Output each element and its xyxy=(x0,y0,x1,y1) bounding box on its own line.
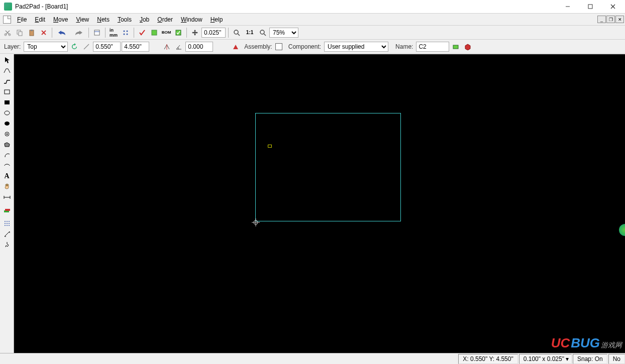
undo-button[interactable] xyxy=(55,27,70,38)
units-inch-button[interactable]: inmm xyxy=(108,27,119,38)
app-icon xyxy=(4,3,12,11)
menu-file[interactable]: File xyxy=(13,15,31,24)
svg-rect-1 xyxy=(588,5,592,9)
svg-point-29 xyxy=(5,111,10,115)
library-button[interactable] xyxy=(462,41,473,52)
bom-button[interactable]: BOM xyxy=(161,27,172,38)
pad-tool[interactable] xyxy=(1,129,13,139)
menu-order[interactable]: Order xyxy=(153,15,177,24)
text-tool[interactable]: A xyxy=(1,171,13,181)
status-size: 0.100" x 0.025" xyxy=(524,355,564,362)
component-select[interactable]: User supplied xyxy=(324,42,388,52)
probe-tool[interactable] xyxy=(1,239,13,250)
svg-point-41 xyxy=(5,223,6,224)
delete-button[interactable] xyxy=(38,27,49,38)
measure-tool[interactable] xyxy=(1,229,13,239)
properties-button[interactable] xyxy=(91,27,102,38)
angle-icon xyxy=(173,41,184,52)
component-c2[interactable] xyxy=(268,145,272,148)
rectangle-tool[interactable] xyxy=(1,87,13,97)
status-size-dropdown[interactable]: ▾ xyxy=(564,355,570,362)
assembly-label: Assembly: xyxy=(242,43,274,50)
workspace: A UCBUG游戏网 .com xyxy=(0,54,625,353)
refresh-button[interactable] xyxy=(69,41,80,52)
svg-rect-9 xyxy=(31,30,33,31)
menu-nets[interactable]: Nets xyxy=(93,15,114,24)
status-bar: X: 0.550" Y: 4.550" 0.100" x 0.025" ▾ Sn… xyxy=(0,353,625,364)
menu-help[interactable]: Help xyxy=(206,15,227,24)
menu-move[interactable]: Move xyxy=(49,15,72,24)
drc-button[interactable] xyxy=(173,27,184,38)
maximize-button[interactable] xyxy=(579,0,601,14)
menu-bar: File Edit Move View Nets Tools Job Order… xyxy=(0,14,625,26)
grid-step-input[interactable] xyxy=(201,28,226,38)
board-button[interactable] xyxy=(149,27,160,38)
package-button[interactable] xyxy=(450,41,461,52)
arc-tool[interactable] xyxy=(1,150,13,160)
name-input[interactable] xyxy=(416,42,449,52)
assembly-checkbox[interactable] xyxy=(275,43,282,50)
filled-ellipse-tool[interactable] xyxy=(1,118,13,129)
select-tool[interactable] xyxy=(1,55,13,65)
zoom-select[interactable]: 75% xyxy=(269,28,298,38)
minimize-button[interactable] xyxy=(556,0,579,14)
cut-button[interactable] xyxy=(2,27,13,38)
layers-button[interactable] xyxy=(1,205,13,215)
angle-input[interactable] xyxy=(185,42,213,52)
filled-rect-tool[interactable] xyxy=(1,97,13,107)
mdi-restore-button[interactable]: ❐ xyxy=(606,16,615,23)
svg-line-21 xyxy=(238,34,240,36)
dimension-tool[interactable] xyxy=(1,192,13,202)
menu-edit[interactable]: Edit xyxy=(31,15,49,24)
pan-tool[interactable] xyxy=(1,182,13,192)
svg-point-38 xyxy=(5,221,6,222)
mdi-minimize-button[interactable]: _ xyxy=(597,16,606,23)
canvas[interactable]: UCBUG游戏网 .com xyxy=(14,54,625,353)
coord-y-input[interactable] xyxy=(122,42,149,52)
paste-button[interactable] xyxy=(26,27,37,38)
svg-point-15 xyxy=(127,30,128,32)
arc2-tool[interactable] xyxy=(1,161,13,171)
board-outline[interactable] xyxy=(255,113,401,221)
document-icon xyxy=(3,16,11,24)
zoom-button[interactable] xyxy=(257,27,268,38)
coord-x-input[interactable] xyxy=(93,42,121,52)
menu-tools[interactable]: Tools xyxy=(114,15,136,24)
zoom-fit-button[interactable] xyxy=(231,27,242,38)
mirror-button[interactable] xyxy=(161,41,172,52)
menu-job[interactable]: Job xyxy=(136,15,153,24)
line-tool[interactable] xyxy=(1,76,13,86)
layer-label: Layer: xyxy=(2,43,23,50)
snap-settings-button[interactable] xyxy=(120,27,131,38)
grid-button[interactable] xyxy=(1,218,13,228)
move-button[interactable] xyxy=(189,27,200,38)
svg-point-16 xyxy=(124,33,125,35)
svg-point-14 xyxy=(124,30,125,32)
menu-view[interactable]: View xyxy=(72,15,93,24)
menu-window[interactable]: Window xyxy=(177,15,206,24)
svg-point-20 xyxy=(234,30,238,34)
check-button[interactable] xyxy=(137,27,148,38)
svg-point-44 xyxy=(5,225,6,226)
svg-line-47 xyxy=(5,231,10,236)
close-button[interactable] xyxy=(601,0,624,14)
layer-select[interactable]: Top xyxy=(24,42,68,52)
polygon-tool[interactable] xyxy=(1,140,13,150)
dimension-icon xyxy=(81,41,92,52)
property-toolbar: Layer: Top Assembly: Component: User sup… xyxy=(0,40,625,54)
status-xy: X: 0.550" Y: 4.550" xyxy=(458,354,517,364)
copy-button[interactable] xyxy=(14,27,25,38)
redo-button[interactable] xyxy=(71,27,86,38)
svg-line-24 xyxy=(84,44,89,49)
mdi-close-button[interactable]: ✕ xyxy=(615,16,624,23)
zoom-actual-button[interactable]: 1:1 xyxy=(243,27,256,38)
status-mode: No xyxy=(608,354,625,364)
ellipse-tool[interactable] xyxy=(1,108,13,118)
assembly-icon xyxy=(230,41,241,52)
status-snap[interactable]: Snap: On xyxy=(573,354,607,364)
svg-point-42 xyxy=(7,223,8,224)
svg-point-40 xyxy=(9,221,10,222)
svg-point-43 xyxy=(9,223,10,224)
origin-marker xyxy=(253,219,259,225)
trace-tool[interactable] xyxy=(1,66,13,76)
